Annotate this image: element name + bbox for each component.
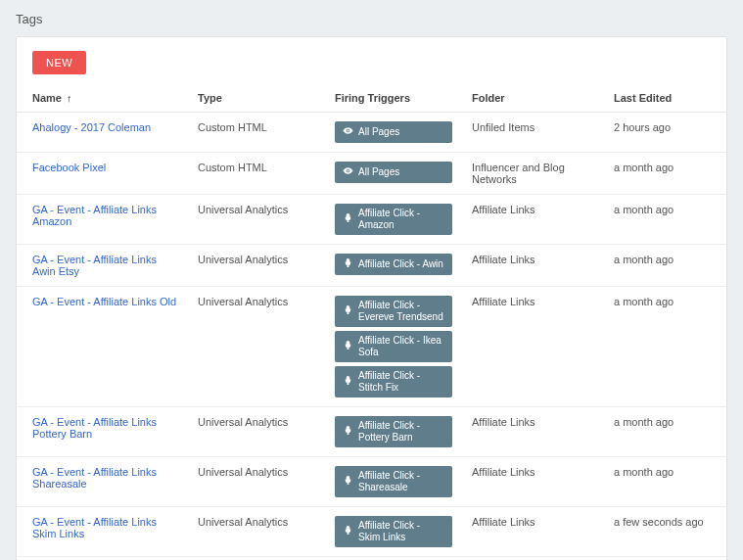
click-icon xyxy=(343,212,353,226)
click-icon xyxy=(343,375,353,389)
tag-folder: Affiliate Links xyxy=(462,557,604,561)
tag-folder: Affiliate Links xyxy=(462,195,604,245)
column-header-type[interactable]: Type xyxy=(188,84,325,113)
trigger-chip[interactable]: Affiliate Click - Amazon xyxy=(335,204,452,235)
page-title: Tags xyxy=(16,12,727,26)
tag-triggers: Affiliate Click - Evereve TrendsendAffil… xyxy=(325,287,462,407)
tags-table: Name ↑ Type Firing Triggers Folder Last … xyxy=(17,84,726,560)
tag-name-link[interactable]: GA - Event - Affiliate Links Shareasale xyxy=(32,466,157,490)
tag-last-edited: a few seconds ago xyxy=(604,507,726,557)
tag-type: Universal Analytics xyxy=(188,557,325,561)
table-row[interactable]: Facebook PixelCustom HTMLAll PagesInflue… xyxy=(17,153,726,195)
tag-name-link[interactable]: GA - Event - Affiliate Links Old xyxy=(32,296,176,307)
tag-type: Universal Analytics xyxy=(188,287,325,407)
new-button[interactable]: NEW xyxy=(32,51,86,74)
trigger-chip[interactable]: Affiliate Click - Skim Links xyxy=(335,516,452,547)
tag-last-edited: a month ago xyxy=(604,287,726,407)
trigger-label: All Pages xyxy=(358,126,399,138)
trigger-chip[interactable]: Affiliate Click - Awin xyxy=(335,254,452,275)
tag-name-link[interactable]: GA - Event - Affiliate Links Skim Links xyxy=(32,516,157,539)
trigger-chip[interactable]: All Pages xyxy=(335,162,452,183)
trigger-label: Affiliate Click - Stitch Fix xyxy=(358,370,444,394)
tag-folder: Affiliate Links xyxy=(462,507,604,557)
trigger-label: Affiliate Click - Ikea Sofa xyxy=(358,335,444,358)
tag-type: Universal Analytics xyxy=(188,245,325,287)
tag-type: Custom HTML xyxy=(188,113,325,153)
trigger-label: Affiliate Click - Evereve Trendsend xyxy=(358,300,444,323)
trigger-label: Affiliate Click - Pottery Barn xyxy=(358,420,444,443)
trigger-chip[interactable]: Affiliate Click - Evereve Trendsend xyxy=(335,296,452,327)
click-icon xyxy=(343,257,353,271)
sort-arrow-icon: ↑ xyxy=(67,92,72,104)
tag-triggers: Affiliate Click - Skim Links xyxy=(325,507,462,557)
tag-triggers: Affiliate Click - Shareasale xyxy=(325,457,462,507)
tag-triggers: Affiliate Click - Amazon xyxy=(325,195,462,245)
tag-name-link[interactable]: GA - Event - Affiliate Links Amazon xyxy=(32,204,157,227)
trigger-label: All Pages xyxy=(358,166,399,178)
tag-last-edited: a month ago xyxy=(604,153,726,195)
tag-last-edited: a month ago xyxy=(604,195,726,245)
tag-folder: Affiliate Links xyxy=(462,287,604,407)
trigger-chip[interactable]: Affiliate Click - Shareasale xyxy=(335,466,452,497)
click-icon xyxy=(343,525,353,538)
trigger-chip[interactable]: All Pages xyxy=(335,121,452,143)
trigger-label: Affiliate Click - Amazon xyxy=(358,208,444,231)
click-icon xyxy=(343,340,353,353)
tag-name-link[interactable]: GA - Event - Affiliate Links Pottery Bar… xyxy=(32,416,157,440)
tag-triggers: Affiliate Click - Pottery Barn xyxy=(325,407,462,457)
tag-type: Universal Analytics xyxy=(188,407,325,457)
tag-folder: Affiliate Links xyxy=(462,407,604,457)
trigger-label: Affiliate Click - Skim Links xyxy=(358,520,444,543)
table-row[interactable]: GA - Event - Affiliate Links TargetUnive… xyxy=(17,557,726,561)
tag-name-link[interactable]: Facebook Pixel xyxy=(32,162,106,173)
column-header-triggers[interactable]: Firing Triggers xyxy=(325,84,462,113)
toolbar: NEW xyxy=(17,51,726,84)
click-icon xyxy=(343,304,353,318)
table-row[interactable]: GA - Event - Affiliate Links ShareasaleU… xyxy=(17,457,726,507)
column-header-folder[interactable]: Folder xyxy=(462,84,604,113)
column-header-edited[interactable]: Last Edited xyxy=(604,84,726,113)
tag-type: Custom HTML xyxy=(188,153,325,195)
trigger-chip[interactable]: Affiliate Click - Ikea Sofa xyxy=(335,331,452,362)
tag-type: Universal Analytics xyxy=(188,195,325,245)
tag-last-edited: a month ago xyxy=(604,557,726,561)
column-header-name-label: Name xyxy=(32,92,62,104)
eye-icon xyxy=(343,125,353,139)
tag-last-edited: 2 hours ago xyxy=(604,113,726,153)
tag-triggers: Affiliate Click - Awin xyxy=(325,245,462,287)
table-row[interactable]: GA - Event - Affiliate Links OldUniversa… xyxy=(17,287,726,407)
click-icon xyxy=(343,425,353,439)
tag-name-link[interactable]: GA - Event - Affiliate Links Awin Etsy xyxy=(32,254,157,277)
tag-last-edited: a month ago xyxy=(604,245,726,287)
tag-triggers: All Pages xyxy=(325,153,462,195)
table-row[interactable]: GA - Event - Affiliate Links Skim LinksU… xyxy=(17,507,726,557)
tags-card: NEW Name ↑ Type Firing Triggers Folder L… xyxy=(16,36,727,560)
tag-folder: Unfiled Items xyxy=(462,113,604,153)
tag-type: Universal Analytics xyxy=(188,457,325,507)
tag-last-edited: a month ago xyxy=(604,407,726,457)
eye-icon xyxy=(343,165,353,179)
trigger-label: Affiliate Click - Awin xyxy=(358,258,443,270)
table-row[interactable]: GA - Event - Affiliate Links Awin EtsyUn… xyxy=(17,245,726,287)
trigger-chip[interactable]: Affiliate Click - Pottery Barn xyxy=(335,416,452,447)
tag-triggers: Affiliate Click - Target xyxy=(325,557,462,561)
table-row[interactable]: Ahalogy - 2017 ColemanCustom HTMLAll Pag… xyxy=(17,113,726,153)
table-row[interactable]: GA - Event - Affiliate Links Pottery Bar… xyxy=(17,407,726,457)
tag-triggers: All Pages xyxy=(325,113,462,153)
click-icon xyxy=(343,475,353,489)
trigger-label: Affiliate Click - Shareasale xyxy=(358,470,444,493)
column-header-name[interactable]: Name ↑ xyxy=(17,84,188,113)
tag-folder: Affiliate Links xyxy=(462,457,604,507)
tag-name-link[interactable]: Ahalogy - 2017 Coleman xyxy=(32,121,151,133)
trigger-chip[interactable]: Affiliate Click - Stitch Fix xyxy=(335,366,452,397)
table-row[interactable]: GA - Event - Affiliate Links AmazonUnive… xyxy=(17,195,726,245)
tag-last-edited: a month ago xyxy=(604,457,726,507)
tag-folder: Influencer and Blog Networks xyxy=(462,153,604,195)
tag-type: Universal Analytics xyxy=(188,507,325,557)
tag-folder: Affiliate Links xyxy=(462,245,604,287)
